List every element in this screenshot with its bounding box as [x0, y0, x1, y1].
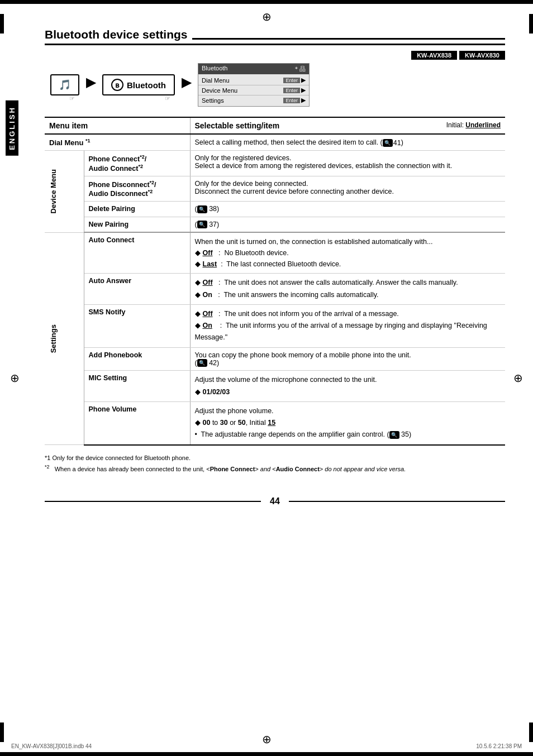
model-label-2: KW-AVX830 [459, 51, 505, 60]
footer-info: EN_KW-AVX838[J]001B.indb 44 10.5.6 2:21:… [11, 743, 522, 749]
table-row-add-phonebook: Add Phonebook You can copy the phone boo… [45, 347, 505, 371]
col-setting-header: Selectable setting/item Initial: Underli… [190, 117, 505, 134]
screen-settings: Settings [202, 97, 224, 104]
english-sidebar: ENGLISH [6, 101, 18, 156]
device-menu-label: Device Menu [49, 169, 58, 213]
footnotes: *1 Only for the device connected for Blu… [45, 453, 505, 475]
bluetooth-label: Bluetooth [127, 80, 166, 90]
screen-dial-menu: Dial Menu [202, 77, 230, 84]
footnote-ref-1: *1 [85, 138, 91, 143]
table-row-phone-volume: Phone Volume Adjust the phone volume. ◆0… [45, 401, 505, 444]
footer-file: EN_KW-AVX838[J]001B.indb 44 [11, 743, 92, 749]
table-row-phone-disconnect: Phone Disconnect*2/ Audio Disconnect*2 O… [45, 176, 505, 201]
table-row-auto-answer: Auto Answer ◆Off : The unit does not ans… [45, 274, 505, 305]
nav-diagram: 🎵 ☞ ▶ ʙ Bluetooth ☞ ▶ Bluetooth ＊品 [45, 63, 505, 107]
page-number: 44 [270, 496, 280, 506]
footnote-1: *1 Only for the device connected for Blu… [45, 453, 505, 463]
col-menu-header: Menu item [45, 117, 190, 134]
table-row-delete-pairing: Delete Pairing (🔍 38) [45, 201, 505, 217]
crosshair-top: ⊕ [262, 10, 272, 23]
nav-bluetooth-button: ʙ Bluetooth ☞ [102, 74, 175, 95]
table-row-mic-setting: MIC Setting Adjust the volume of the mic… [45, 371, 505, 402]
crosshair-right: ⊕ [513, 371, 523, 385]
model-labels: KW-AVX838 KW-AVX830 [45, 51, 505, 60]
table-row-phone-connect: Device Menu Phone Connect*2/ Audio Conne… [45, 151, 505, 176]
footnote-2: *2 When a device has already been connec… [45, 463, 505, 474]
screen-device-menu: Device Menu [202, 87, 237, 94]
table-row-dial-menu: Dial Menu *1 Select a calling method, th… [45, 134, 505, 151]
crosshair-left: ⊕ [10, 371, 20, 385]
table-row-sms-notify: SMS Notify ◆Off : The unit does not info… [45, 304, 505, 347]
model-label-1: KW-AVX838 [411, 51, 457, 60]
settings-label: Settings [49, 324, 58, 353]
table-row-auto-connect: Settings Auto Connect When the unit is t… [45, 232, 505, 274]
page-number-bar: 44 [45, 496, 505, 506]
page-title: Bluetooth device settings [45, 28, 188, 41]
nav-screen: Bluetooth ＊品 Dial Menu Enter ▶ Device Me… [198, 63, 310, 107]
settings-table: Menu item Selectable setting/item Initia… [45, 117, 505, 446]
nav-arrow-1: ▶ [86, 75, 96, 90]
table-row-new-pairing: New Pairing (🔍 37) [45, 217, 505, 232]
nav-arrow-2: ▶ [182, 75, 191, 90]
nav-music-icon: 🎵 ☞ [50, 74, 79, 95]
footer-date: 10.5.6 2:21:38 PM [476, 743, 522, 749]
